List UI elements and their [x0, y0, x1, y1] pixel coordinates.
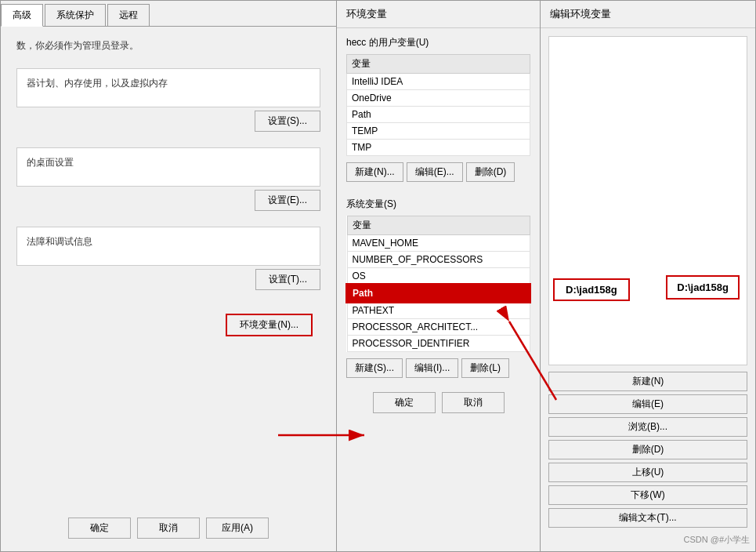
sys-edit-button[interactable]: 编辑(I)... [406, 358, 458, 378]
startup-settings-button[interactable]: 设置(T)... [255, 269, 320, 290]
tab-system-protection[interactable]: 系统保护 [45, 4, 106, 26]
table-row[interactable]: Path [347, 107, 530, 123]
ok-button[interactable]: 确定 [68, 518, 131, 539]
table-row[interactable]: TMP [347, 140, 530, 156]
desktop-section: 的桌面设置 设置(E)... [16, 147, 320, 211]
user-var-tmp: TMP [347, 140, 530, 156]
system-variables-section: 系统变量(S) 变量 MAVEN_HOME NUMBER_OF_PROCESSO… [337, 190, 540, 386]
user-vars-label: hecc 的用户变量(U) [346, 36, 530, 49]
desktop-box: 的桌面设置 [16, 147, 320, 187]
table-row[interactable]: NUMBER_OF_PROCESSORS [347, 252, 530, 268]
table-row[interactable]: IntelliJ IDEA [347, 74, 530, 90]
sys-var-path: Path [347, 285, 530, 302]
right-edit-button[interactable]: 编辑(E) [548, 394, 747, 414]
environment-variables-panel: 环境变量 hecc 的用户变量(U) 变量 IntelliJ IDEA OneD… [337, 0, 541, 552]
user-delete-button[interactable]: 删除(D) [466, 162, 515, 182]
performance-desc: 器计划、内存使用，以及虚拟内存 [27, 77, 310, 90]
right-delete-button[interactable]: 删除(D) [548, 440, 747, 459]
user-var-intellij: IntelliJ IDEA [347, 74, 530, 90]
startup-desc: 法障和调试信息 [27, 235, 310, 249]
admin-note: 数，你必须作为管理员登录。 [16, 39, 320, 53]
path-value-annotation: D:\jad158g [666, 275, 740, 300]
user-vars-buttons: 新建(N)... 编辑(E)... 删除(D) [346, 162, 530, 182]
sys-var-nop: NUMBER_OF_PROCESSORS [347, 252, 530, 268]
env-panel-title: 环境变量 [337, 1, 540, 28]
table-row[interactable]: TEMP [347, 123, 530, 140]
jad-path-box: D:\jad158g [553, 278, 630, 301]
csdn-watermark: CSDN @#小学生 [683, 534, 750, 546]
env-cancel-button[interactable]: 取消 [442, 392, 505, 413]
env-var-list[interactable] [548, 36, 747, 365]
performance-btn-row: 设置(S)... [16, 111, 320, 132]
left-panel-content: 数，你必须作为管理员登录。 器计划、内存使用，以及虚拟内存 设置(S)... 的… [1, 27, 336, 349]
right-edit-text-button[interactable]: 编辑文本(T)... [548, 508, 747, 528]
table-row[interactable]: PROCESSOR_IDENTIFIER [347, 336, 530, 352]
env-ok-button[interactable]: 确定 [373, 392, 436, 413]
table-row[interactable]: MAVEN_HOME [347, 235, 530, 252]
tab-bar: 高级 系统保护 远程 [1, 1, 336, 27]
sys-delete-button[interactable]: 删除(L) [461, 358, 509, 378]
table-row[interactable]: OneDrive [347, 90, 530, 107]
cancel-button[interactable]: 取消 [137, 518, 200, 539]
system-vars-col-header: 变量 [347, 216, 530, 235]
sys-var-proc-arch: PROCESSOR_ARCHITECT... [347, 319, 530, 336]
table-row[interactable]: PATHEXT [347, 302, 530, 319]
sys-new-button[interactable]: 新建(S)... [346, 358, 403, 378]
sys-var-proc-id: PROCESSOR_IDENTIFIER [347, 336, 530, 352]
bottom-buttons: 确定 取消 应用(A) [1, 518, 336, 539]
user-vars-col-header: 变量 [347, 55, 530, 74]
user-new-button[interactable]: 新建(N)... [346, 162, 403, 182]
jad-path-text: D:\jad158g [566, 284, 617, 296]
edit-env-title: 编辑环境变量 [541, 1, 755, 28]
right-browse-button[interactable]: 浏览(B)... [548, 417, 747, 437]
performance-box: 器计划、内存使用，以及虚拟内存 [16, 68, 320, 107]
path-value-text: D:\jad158g [677, 281, 729, 293]
table-row[interactable]: PROCESSOR_ARCHITECT... [347, 319, 530, 336]
apply-button[interactable]: 应用(A) [206, 518, 269, 539]
system-properties-panel: 高级 系统保护 远程 数，你必须作为管理员登录。 器计划、内存使用，以及虚拟内存… [0, 0, 337, 552]
user-variables-section: hecc 的用户变量(U) 变量 IntelliJ IDEA OneDrive … [337, 28, 540, 190]
system-vars-buttons: 新建(S)... 编辑(I)... 删除(L) [346, 358, 530, 378]
edit-env-var-panel: 编辑环境变量 D:\jad158g 新建(N) 编辑(E) 浏览(B)... 删… [541, 0, 756, 552]
table-row[interactable]: OS [347, 268, 530, 285]
user-edit-button[interactable]: 编辑(E)... [407, 162, 463, 182]
user-vars-table: 变量 IntelliJ IDEA OneDrive Path TEMP TMP [346, 54, 530, 156]
sys-var-pathext: PATHEXT [347, 302, 530, 319]
system-vars-table: 变量 MAVEN_HOME NUMBER_OF_PROCESSORS OS Pa… [346, 216, 530, 352]
startup-btn-row: 设置(T)... [16, 269, 320, 290]
desktop-btn-row: 设置(E)... [16, 190, 320, 211]
table-row[interactable]: Path [347, 285, 530, 302]
tab-advanced[interactable]: 高级 [1, 4, 43, 27]
startup-section: 法障和调试信息 设置(T)... [16, 227, 320, 290]
environment-variables-button[interactable]: 环境变量(N)... [226, 314, 313, 336]
user-var-path: Path [347, 107, 530, 123]
user-var-temp: TEMP [347, 123, 530, 140]
user-var-onedrive: OneDrive [347, 90, 530, 107]
sys-var-maven: MAVEN_HOME [347, 235, 530, 252]
performance-section: 器计划、内存使用，以及虚拟内存 设置(S)... [16, 68, 320, 132]
desktop-settings-button[interactable]: 设置(E)... [255, 190, 320, 211]
right-movedown-button[interactable]: 下移(W) [548, 485, 747, 505]
sys-var-os: OS [347, 268, 530, 285]
desktop-desc: 的桌面设置 [27, 156, 310, 169]
tab-remote[interactable]: 远程 [107, 4, 150, 26]
right-new-button[interactable]: 新建(N) [548, 372, 747, 391]
system-vars-label: 系统变量(S) [346, 198, 530, 211]
performance-settings-button[interactable]: 设置(S)... [255, 111, 320, 132]
right-moveup-button[interactable]: 上移(U) [548, 463, 747, 482]
startup-box: 法障和调试信息 [16, 227, 320, 266]
